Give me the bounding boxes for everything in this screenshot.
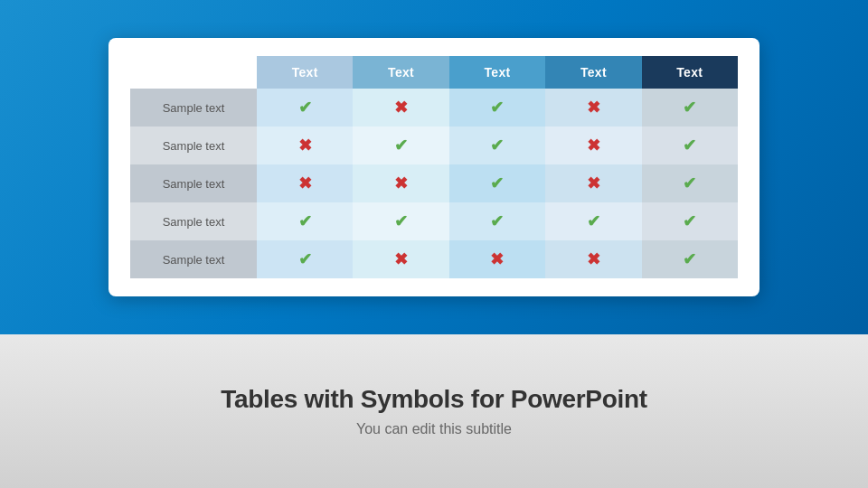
cell-r4-c0: ✔	[257, 240, 353, 278]
header-col-1: Text	[257, 56, 353, 89]
comparison-table: Text Text Text Text Text Sample text✔✖✔✖…	[130, 56, 738, 278]
cell-r1-c3: ✖	[545, 127, 641, 164]
cell-r0-c2: ✔	[449, 89, 545, 127]
header-col-4: Text	[545, 56, 641, 89]
table-row: Sample text✖✖✔✖✔	[130, 164, 738, 202]
cell-r4-c2: ✖	[449, 240, 545, 278]
cell-r4-c1: ✖	[353, 240, 448, 278]
cell-r2-c2: ✔	[449, 164, 545, 202]
cell-r4-c3: ✖	[545, 240, 641, 278]
header-row: Text Text Text Text Text	[130, 56, 738, 89]
row-label: Sample text	[130, 164, 257, 202]
bottom-section: Tables with Symbols for PowerPoint You c…	[0, 334, 868, 488]
top-section: Text Text Text Text Text Sample text✔✖✔✖…	[0, 0, 868, 334]
cell-r2-c1: ✖	[353, 164, 448, 202]
header-col-3: Text	[449, 56, 545, 89]
row-label: Sample text	[130, 202, 257, 240]
header-col-2: Text	[353, 56, 448, 89]
row-label: Sample text	[130, 127, 257, 164]
cell-r3-c3: ✔	[545, 202, 641, 240]
table-row: Sample text✔✔✔✔✔	[130, 202, 738, 240]
table-row: Sample text✔✖✖✖✔	[130, 240, 738, 278]
subtitle: You can edit this subtitle	[356, 421, 512, 437]
header-label-col	[130, 56, 257, 89]
cell-r3-c0: ✔	[257, 202, 353, 240]
cell-r1-c2: ✔	[449, 127, 545, 164]
table-body: Sample text✔✖✔✖✔Sample text✖✔✔✖✔Sample t…	[130, 89, 738, 278]
cell-r2-c3: ✖	[545, 164, 641, 202]
row-label: Sample text	[130, 240, 257, 278]
cell-r3-c2: ✔	[449, 202, 545, 240]
table-row: Sample text✔✖✔✖✔	[130, 89, 738, 127]
table-header: Text Text Text Text Text	[130, 56, 738, 89]
cell-r0-c4: ✔	[642, 89, 738, 127]
cell-r3-c4: ✔	[642, 202, 738, 240]
cell-r0-c1: ✖	[353, 89, 448, 127]
cell-r2-c4: ✔	[642, 164, 738, 202]
cell-r0-c3: ✖	[545, 89, 641, 127]
cell-r3-c1: ✔	[353, 202, 448, 240]
cell-r4-c4: ✔	[642, 240, 738, 278]
cell-r1-c4: ✔	[642, 127, 738, 164]
main-title: Tables with Symbols for PowerPoint	[221, 385, 647, 414]
header-col-5: Text	[642, 56, 738, 89]
row-label: Sample text	[130, 89, 257, 127]
cell-r0-c0: ✔	[257, 89, 353, 127]
table-card: Text Text Text Text Text Sample text✔✖✔✖…	[108, 38, 760, 296]
table-row: Sample text✖✔✔✖✔	[130, 127, 738, 164]
cell-r1-c0: ✖	[257, 127, 353, 164]
cell-r1-c1: ✔	[353, 127, 448, 164]
cell-r2-c0: ✖	[257, 164, 353, 202]
